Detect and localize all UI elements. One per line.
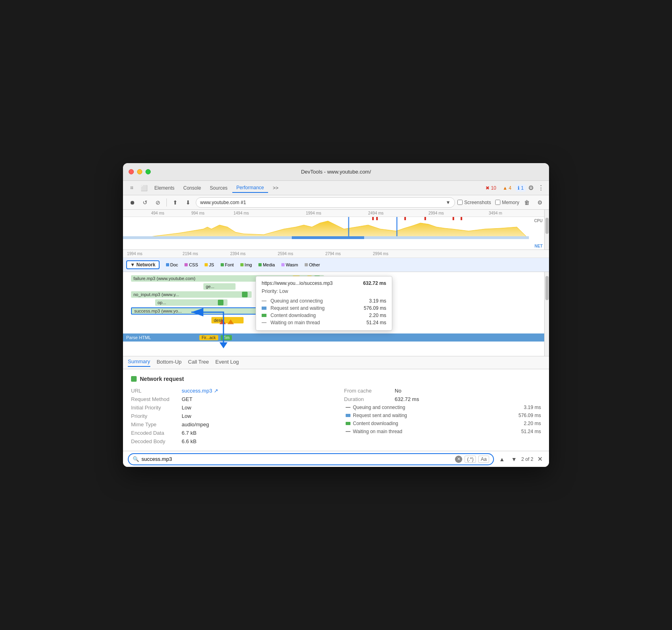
network-request-icon — [131, 376, 137, 382]
overview-scrollbar[interactable] — [544, 210, 549, 250]
network-row-2[interactable]: no_input.mp3 (www.y... — [131, 291, 252, 298]
error-red-badge[interactable]: ✖ 10 — [484, 184, 498, 192]
tab-elements[interactable]: Elements — [150, 184, 178, 192]
traffic-lights — [129, 169, 151, 174]
popup-duration: 632.72 ms — [363, 280, 386, 286]
search-regex-button[interactable]: (.*) — [465, 456, 476, 463]
bottom-panel-tabs: Summary Bottom-Up Call Tree Event Log — [123, 356, 549, 369]
network-timeline[interactable]: failure.mp3 (www.youtube.com) m... ge...… — [123, 272, 549, 356]
tab-more[interactable]: >> — [269, 184, 283, 192]
content-indicator — [346, 422, 350, 425]
search-input[interactable] — [141, 456, 453, 462]
network-row-success[interactable]: success.mp3 (www.yo... — [131, 307, 260, 315]
capture-settings-icon[interactable]: ⚙ — [535, 197, 545, 208]
summary-sub-waiting: Waiting on main thread 51.24 ms — [344, 429, 541, 434]
ruler-mark-7: 3494 m — [489, 211, 502, 215]
svg-rect-7 — [461, 217, 462, 220]
timeline-overview[interactable]: 494 ms 994 ms 1494 ms 1994 ms 2494 ms 29… — [123, 210, 549, 250]
clear-button[interactable]: ⊘ — [153, 197, 163, 208]
popup-content-row: Content downloading 2.20 ms — [262, 312, 386, 319]
summary-left-col: URL success.mp3 ↗ Request Method GET Ini… — [131, 388, 328, 444]
filter-css[interactable]: CSS — [182, 262, 201, 268]
search-clear-button[interactable]: ✕ — [455, 456, 462, 463]
filter-js[interactable]: JS — [202, 262, 217, 268]
tab-console[interactable]: Console — [179, 184, 205, 192]
waiting-indicator — [346, 431, 350, 432]
tab-event-log[interactable]: Event Log — [215, 359, 239, 366]
external-link-icon[interactable]: ↗ — [214, 388, 218, 394]
filter-other[interactable]: Other — [302, 262, 323, 268]
tab-summary[interactable]: Summary — [128, 358, 150, 367]
record-button[interactable]: ⏺ — [127, 197, 137, 208]
summary-url-row: URL success.mp3 ↗ — [131, 388, 328, 394]
error-blue-count: 1 — [521, 185, 524, 191]
filter-img[interactable]: Img — [238, 262, 254, 268]
popup-waiting-row: Waiting on main thread 51.24 ms — [262, 319, 386, 326]
timeline-scrollbar[interactable] — [544, 272, 549, 356]
close-button[interactable] — [129, 169, 134, 174]
ruler2-mark-4: 2594 ms — [278, 252, 293, 256]
devtools-tabs-bar: ⌗ ⬜ Elements Console Sources Performance… — [123, 181, 549, 195]
tab-sources[interactable]: Sources — [206, 184, 232, 192]
ruler-mark-5: 2494 ms — [368, 211, 383, 215]
timeline-scrollbar-thumb[interactable] — [545, 276, 549, 300]
settings-icon[interactable]: ⚙ — [527, 182, 535, 193]
summary-decoded-row: Decoded Body 6.6 kB — [131, 438, 328, 444]
search-case-button[interactable]: Aa — [478, 456, 489, 463]
queuing-indicator — [346, 407, 350, 408]
reload-button[interactable]: ↺ — [140, 197, 150, 208]
devtools-window: DevTools - www.youtube.com/ ⌗ ⬜ Elements… — [123, 163, 549, 467]
summary-encoded-row: Encoded Data 6.7 kB — [131, 430, 328, 436]
filter-media[interactable]: Media — [256, 262, 277, 268]
summary-panel: Network request URL success.mp3 ↗ Reques… — [123, 369, 549, 451]
tab-call-tree[interactable]: Call Tree — [188, 359, 209, 366]
summary-title: Network request — [131, 376, 541, 382]
maximize-button[interactable] — [145, 169, 151, 174]
summary-priority-row: Priority Low — [131, 413, 328, 419]
svg-rect-4 — [404, 217, 406, 220]
scrollbar-thumb[interactable] — [545, 218, 549, 234]
error-red-icon: ✖ — [486, 185, 490, 191]
filter-font[interactable]: Font — [218, 262, 236, 268]
inspect-icon[interactable]: ⌗ — [126, 182, 137, 194]
search-input-wrapper: 🔍 ✕ (.*) Aa — [128, 453, 494, 465]
search-next-button[interactable]: ▼ — [509, 454, 519, 464]
popup-request-row: Request sent and waiting 576.09 ms — [262, 305, 386, 312]
toolbar-checkboxes: Screenshots Memory — [457, 200, 519, 205]
svg-rect-2 — [372, 217, 374, 220]
recording-selector[interactable]: www.youtube.com #1 ▼ — [196, 197, 455, 208]
search-prev-button[interactable]: ▲ — [497, 454, 507, 464]
svg-rect-6 — [453, 217, 454, 220]
screenshots-checkbox[interactable]: Screenshots — [457, 200, 491, 205]
fir-ack-badge: Fir...ack — [199, 335, 218, 340]
error-yellow-badge[interactable]: ▲ 4 — [501, 184, 514, 192]
search-close-button[interactable]: ✕ — [536, 454, 544, 464]
memory-checkbox[interactable]: Memory — [495, 200, 519, 205]
device-icon[interactable]: ⬜ — [138, 182, 150, 194]
network-row-3[interactable]: op... — [155, 299, 227, 306]
summary-sub-request: Request sent and waiting 576.09 ms — [344, 413, 541, 418]
summary-sub-queuing: Queuing and connecting 3.19 ms — [344, 405, 541, 410]
ruler-mark-1: 494 ms — [151, 211, 164, 215]
network-section-label[interactable]: ▼ Network — [126, 260, 160, 269]
filter-doc[interactable]: Doc — [164, 262, 181, 268]
request-indicator — [346, 414, 350, 417]
error-blue-badge[interactable]: ℹ 1 — [516, 184, 526, 192]
error-red-count: 10 — [491, 185, 496, 191]
download-button[interactable]: ⬇ — [183, 197, 193, 208]
upload-button[interactable]: ⬆ — [170, 197, 180, 208]
ruler2-mark-3: 2394 ms — [230, 252, 246, 256]
net-label: NET — [535, 244, 543, 248]
url-link[interactable]: success.mp3 — [182, 388, 212, 394]
filter-wasm[interactable]: Wasm — [279, 262, 301, 268]
trash-icon[interactable]: 🗑 — [522, 197, 532, 208]
cpu-chart — [123, 217, 549, 239]
tab-performance[interactable]: Performance — [232, 183, 268, 193]
tab-bottom-up[interactable]: Bottom-Up — [157, 359, 182, 366]
minimize-button[interactable] — [137, 169, 142, 174]
search-icon: 🔍 — [133, 456, 139, 462]
dropdown-icon[interactable]: ▼ — [446, 200, 451, 205]
popup-priority: Priority: Low — [262, 288, 386, 294]
network-row-1[interactable]: ge... — [203, 283, 236, 290]
more-icon[interactable]: ⋮ — [536, 182, 546, 193]
